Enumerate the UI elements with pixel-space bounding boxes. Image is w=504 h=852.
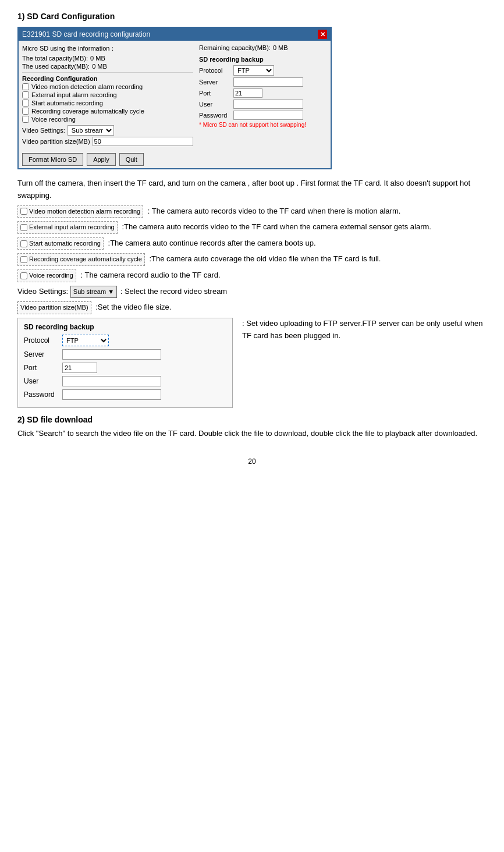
total-capacity-row: The total capacity(MB): 0 MB bbox=[22, 55, 193, 62]
checkbox-voice[interactable] bbox=[22, 116, 29, 123]
sd-protocol-label: Protocol bbox=[24, 336, 59, 345]
micro-sd-label: Micro SD using the information： bbox=[22, 44, 193, 53]
dialog-title-text: E321901 SD card recording configuration bbox=[22, 30, 150, 38]
format-button[interactable]: Format Micro SD bbox=[22, 153, 83, 166]
coverage-inline-checkbox[interactable] bbox=[20, 256, 27, 263]
partition-row: Video partition size(MB) bbox=[22, 137, 193, 146]
sd-backup-box-title: SD recording backup bbox=[24, 323, 226, 331]
sd-protocol-select[interactable]: FTP bbox=[62, 335, 109, 346]
external-inline-desc: :The camera auto records video to the TF… bbox=[122, 222, 431, 231]
section1-title: 1) SD Card Configuration bbox=[17, 12, 487, 21]
password-input[interactable] bbox=[233, 111, 303, 120]
video-stream-select[interactable]: Sub stream bbox=[68, 125, 114, 136]
checkbox-motion-label: Video motion detection alarm recording bbox=[31, 83, 143, 90]
total-capacity-value: 0 MB bbox=[90, 55, 105, 62]
coverage-description: Recording coverage automatically cycle :… bbox=[17, 253, 487, 266]
partition-description: Video partition size(MB) :Set the video … bbox=[17, 301, 487, 314]
motion-inline-img: Video motion detection alarm recording bbox=[17, 205, 143, 218]
sd-user-row: User bbox=[24, 376, 226, 386]
sd-port-label: Port bbox=[24, 364, 59, 372]
motion-inline-checkbox[interactable] bbox=[20, 208, 27, 215]
checkbox-row-3: Start automatic recording bbox=[22, 100, 193, 106]
server-label: Server bbox=[199, 79, 231, 86]
motion-description: Video motion detection alarm recording :… bbox=[17, 205, 487, 218]
sd-password-row: Password bbox=[24, 389, 226, 400]
partition-input[interactable] bbox=[93, 137, 193, 146]
page-number: 20 bbox=[17, 457, 487, 466]
coverage-inline-label: Recording coverage automatically cycle bbox=[29, 254, 142, 265]
used-capacity-label: The used capacity(MB): bbox=[22, 63, 90, 70]
dialog-left-panel: Micro SD using the information： The tota… bbox=[22, 44, 193, 147]
checkbox-coverage[interactable] bbox=[22, 108, 29, 115]
voice-inline-img: Voice recording bbox=[17, 269, 76, 282]
checkbox-row-2: External input alarm recording bbox=[22, 91, 193, 98]
sd-user-input[interactable] bbox=[62, 376, 161, 386]
micro-sd-info: Micro SD using the information： The tota… bbox=[22, 44, 193, 70]
password-label: Password bbox=[199, 112, 231, 119]
total-capacity-label: The total capacity(MB): bbox=[22, 55, 88, 62]
intro-paragraph: Turn off the camera, then insert the TF … bbox=[17, 178, 487, 202]
sd-backup-description: : Set video uploading to FTP server.FTP … bbox=[242, 318, 487, 342]
password-row: Password bbox=[199, 111, 327, 120]
start-inline-label: Start automatic recording bbox=[29, 239, 101, 249]
voice-inline-desc: : The camera record audio to the TF card… bbox=[80, 271, 220, 279]
sd-config-dialog: E321901 SD card recording configuration … bbox=[17, 27, 332, 169]
checkbox-row-4: Recording coverage automatically cycle bbox=[22, 108, 193, 115]
external-inline-label: External input alarm recording bbox=[29, 222, 115, 233]
voice-inline-label: Voice recording bbox=[29, 271, 73, 281]
dialog-right-panel: Remaining capacity(MB): 0 MB SD recordin… bbox=[199, 44, 327, 147]
video-settings-label: Video Settings: bbox=[22, 127, 65, 134]
port-label: Port bbox=[199, 90, 231, 97]
quit-button[interactable]: Quit bbox=[119, 153, 144, 166]
checkbox-external-label: External input alarm recording bbox=[31, 91, 117, 98]
user-input[interactable] bbox=[233, 100, 303, 109]
sd-port-input[interactable] bbox=[62, 363, 97, 373]
sd-server-row: Server bbox=[24, 349, 226, 360]
recording-config-header: Recording Configuration bbox=[22, 75, 193, 82]
voice-description: Voice recording : The camera record audi… bbox=[17, 269, 487, 282]
remaining-label: Remaining capacity(MB): bbox=[199, 44, 271, 51]
server-row: Server bbox=[199, 77, 327, 87]
sd-port-row: Port bbox=[24, 363, 226, 373]
apply-button[interactable]: Apply bbox=[87, 153, 116, 166]
dialog-button-bar: Format Micro SD Apply Quit bbox=[19, 151, 331, 168]
sd-user-label: User bbox=[24, 377, 59, 385]
sd-backup-title: SD recording backup bbox=[199, 56, 327, 63]
start-inline-checkbox[interactable] bbox=[20, 240, 27, 247]
protocol-select[interactable]: FTP bbox=[233, 65, 274, 76]
sd-protocol-row: Protocol FTP bbox=[24, 335, 226, 346]
warning-text: * Micro SD can not support hot swapping! bbox=[199, 122, 327, 128]
start-description: Start automatic recording :The camera au… bbox=[17, 237, 487, 250]
checkbox-row-5: Voice recording bbox=[22, 116, 193, 123]
protocol-row: Protocol FTP bbox=[199, 65, 327, 76]
external-inline-checkbox[interactable] bbox=[20, 224, 27, 231]
checkbox-row-1: Video motion detection alarm recording bbox=[22, 83, 193, 90]
sub-stream-inline: Sub stream ▼ bbox=[70, 286, 117, 299]
checkbox-coverage-label: Recording coverage automatically cycle bbox=[31, 108, 144, 115]
sd-server-input[interactable] bbox=[62, 349, 161, 360]
section2-title: 2) SD file download bbox=[17, 415, 487, 424]
voice-inline-checkbox[interactable] bbox=[20, 272, 27, 279]
checkbox-auto-record[interactable] bbox=[22, 100, 29, 106]
sd-password-input[interactable] bbox=[62, 389, 161, 400]
server-input[interactable] bbox=[233, 77, 303, 87]
protocol-label: Protocol bbox=[199, 67, 231, 74]
sub-stream-inline-desc: : Select the record video stream bbox=[120, 287, 228, 296]
external-inline-img: External input alarm recording bbox=[17, 221, 118, 234]
remaining-value: 0 MB bbox=[273, 44, 288, 51]
used-capacity-row: The used capacity(MB): 0 MB bbox=[22, 63, 193, 70]
partition-inline-img: Video partition size(MB) bbox=[17, 301, 91, 314]
sd-password-label: Password bbox=[24, 390, 59, 399]
start-inline-desc: :The camera auto continue records after … bbox=[108, 239, 316, 247]
checkbox-motion[interactable] bbox=[22, 83, 29, 90]
sd-server-label: Server bbox=[24, 350, 59, 358]
remaining-capacity-row: Remaining capacity(MB): 0 MB bbox=[199, 44, 327, 51]
coverage-inline-img: Recording coverage automatically cycle bbox=[17, 253, 145, 266]
sd-backup-section-box: SD recording backup Protocol FTP Server … bbox=[17, 318, 233, 408]
user-label: User bbox=[199, 101, 231, 108]
port-input[interactable] bbox=[233, 88, 262, 98]
sub-stream-inline-label: Sub stream bbox=[73, 288, 106, 295]
checkbox-external[interactable] bbox=[22, 91, 29, 98]
dialog-close-button[interactable]: ✕ bbox=[318, 30, 327, 39]
section2-description: Click "Search" to search the video file … bbox=[17, 428, 487, 440]
